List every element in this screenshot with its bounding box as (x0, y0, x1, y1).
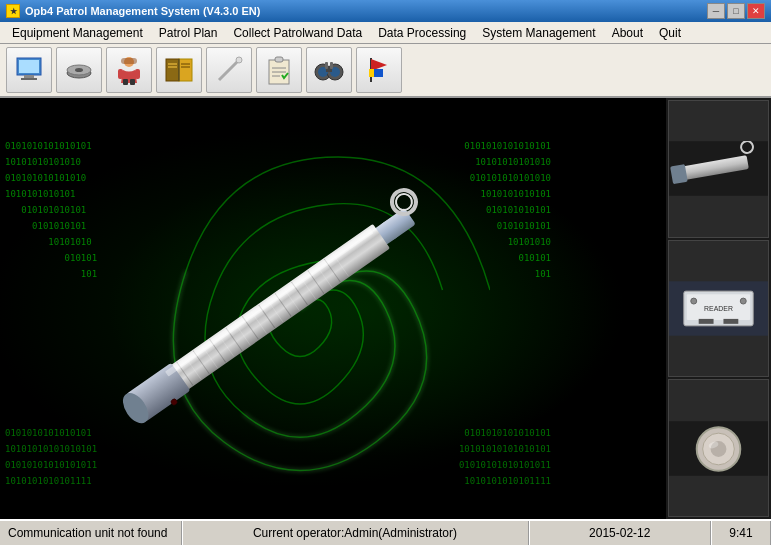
status-bar: Communication unit not found Current ope… (0, 519, 771, 545)
toolbar-binoculars-button[interactable] (306, 47, 352, 93)
toolbar (0, 44, 771, 98)
toolbar-book-button[interactable] (156, 47, 202, 93)
person-icon (114, 55, 144, 85)
svg-point-74 (691, 298, 697, 304)
svg-rect-13 (166, 59, 179, 81)
wand-icon (214, 55, 244, 85)
svg-rect-37 (369, 69, 374, 77)
menu-data-processing[interactable]: Data Processing (370, 24, 474, 42)
svg-point-6 (75, 68, 83, 72)
toolbar-clipboard-button[interactable] (256, 47, 302, 93)
title-bar: ★ Opb4 Patrol Management System (V4.3.0 … (0, 0, 771, 22)
status-comm-text: Communication unit not found (8, 526, 167, 540)
svg-rect-1 (19, 60, 39, 73)
svg-rect-12 (130, 79, 135, 85)
thumb-coin-image (669, 421, 768, 476)
svg-rect-11 (123, 79, 128, 85)
menu-collect-data[interactable]: Collect Patrolwand Data (225, 24, 370, 42)
menu-equipment-management[interactable]: Equipment Management (4, 24, 151, 42)
right-thumbnail-panel: READER (666, 98, 771, 519)
status-date-text: 2015-02-12 (589, 526, 650, 540)
svg-rect-77 (723, 319, 738, 324)
svg-rect-23 (275, 57, 283, 62)
svg-rect-9 (118, 69, 123, 79)
toolbar-disc-button[interactable] (56, 47, 102, 93)
menu-system-management[interactable]: System Management (474, 24, 603, 42)
thumb-reader-image: READER (669, 281, 768, 336)
flag-icon (364, 55, 394, 85)
svg-rect-2 (24, 75, 34, 78)
svg-rect-70 (670, 164, 688, 184)
status-operator-text: Current operator:Admin(Administrator) (253, 526, 457, 540)
title-bar-text: Opb4 Patrol Management System (V4.3.0 EN… (25, 5, 260, 17)
menu-bar: Equipment Management Patrol Plan Collect… (0, 22, 771, 44)
svg-text:READER: READER (704, 305, 733, 312)
toolbar-computer-button[interactable] (6, 47, 52, 93)
menu-quit[interactable]: Quit (651, 24, 689, 42)
svg-rect-32 (325, 62, 328, 69)
book-icon (164, 55, 194, 85)
menu-patrol-plan[interactable]: Patrol Plan (151, 24, 226, 42)
svg-rect-33 (330, 62, 333, 69)
status-time-segment: 9:41 (711, 521, 771, 545)
thumbnail-reader[interactable]: READER (668, 240, 769, 378)
hero-background: 0101010101010101 10101010101010 01010101… (0, 98, 666, 519)
thumb-wand-image (669, 141, 768, 196)
toolbar-wand-button[interactable] (206, 47, 252, 93)
status-comm-segment: Communication unit not found (0, 521, 182, 545)
computer-icon (14, 55, 44, 85)
svg-rect-76 (699, 319, 714, 324)
minimize-button[interactable]: ─ (707, 3, 725, 19)
disc-icon (64, 55, 94, 85)
title-bar-left: ★ Opb4 Patrol Management System (V4.3.0 … (6, 4, 260, 18)
svg-rect-14 (179, 59, 192, 81)
main-area: 0101010101010101 10101010101010 01010101… (0, 98, 771, 519)
binoculars-icon (314, 55, 344, 85)
svg-line-20 (219, 60, 239, 80)
svg-point-21 (236, 57, 242, 63)
svg-rect-8 (121, 58, 137, 64)
toolbar-flag-button[interactable] (356, 47, 402, 93)
toolbar-person-button[interactable] (106, 47, 152, 93)
maximize-button[interactable]: □ (727, 3, 745, 19)
menu-about[interactable]: About (604, 24, 651, 42)
close-button[interactable]: ✕ (747, 3, 765, 19)
svg-rect-10 (135, 69, 140, 79)
clipboard-icon (264, 55, 294, 85)
status-operator-segment: Current operator:Admin(Administrator) (182, 521, 529, 545)
status-date-segment: 2015-02-12 (529, 521, 712, 545)
title-bar-controls: ─ □ ✕ (707, 3, 765, 19)
svg-point-75 (740, 298, 746, 304)
status-time-text: 9:41 (729, 526, 752, 540)
svg-point-40 (388, 185, 421, 218)
app-icon: ★ (6, 4, 20, 18)
thumbnail-coin[interactable] (668, 379, 769, 517)
thumbnail-wand[interactable] (668, 100, 769, 238)
svg-rect-3 (21, 78, 37, 80)
